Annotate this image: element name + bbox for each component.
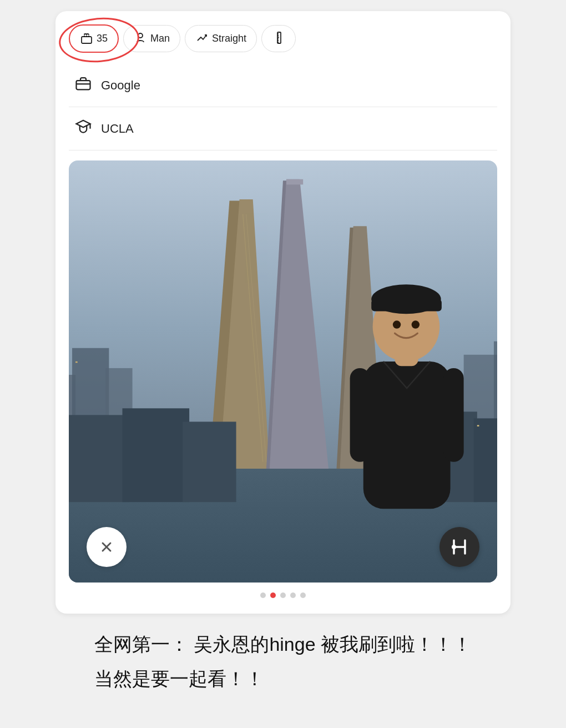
svg-rect-28 [474, 418, 497, 502]
svg-rect-24 [69, 415, 129, 502]
ruler-icon [272, 31, 285, 46]
photo-dots [69, 593, 497, 598]
age-chip-wrapper: 35 [69, 24, 119, 53]
caption-text: 全网第一： 吴永恩的hinge 被我刷到啦！！！ 当然是要一起看！！ [89, 629, 477, 694]
svg-point-45 [452, 545, 456, 549]
dot-5[interactable] [300, 593, 306, 598]
svg-rect-21 [286, 179, 303, 185]
gender-label: Man [150, 33, 170, 44]
svg-rect-36 [444, 368, 464, 462]
age-chip[interactable]: 35 [69, 24, 119, 53]
profile-photo [69, 160, 497, 583]
gender-chip[interactable]: Man [123, 25, 180, 52]
svg-point-41 [393, 320, 401, 328]
caption-line-1: 全网第一： 吴永恩的hinge 被我刷到啦！！！ [94, 629, 472, 659]
profile-card: 35 Man Straight [55, 11, 511, 614]
caption-line-2: 当然是要一起看！！ [94, 664, 472, 694]
dot-3[interactable] [280, 593, 286, 598]
graduation-icon [74, 118, 92, 139]
dot-4[interactable] [290, 593, 296, 598]
hinge-button[interactable] [439, 527, 479, 567]
svg-rect-35 [350, 368, 370, 462]
school-row: UCLA [69, 107, 497, 150]
svg-rect-0 [82, 37, 92, 43]
person-icon [134, 31, 147, 46]
dot-1[interactable] [260, 593, 266, 598]
svg-rect-26 [183, 421, 236, 502]
company-name: Google [101, 78, 140, 93]
attributes-row: 35 Man Straight [69, 24, 497, 53]
briefcase-icon [74, 75, 92, 96]
orientation-label: Straight [212, 33, 246, 44]
close-button[interactable] [87, 527, 127, 567]
svg-point-1 [138, 33, 143, 38]
svg-rect-40 [371, 299, 442, 312]
company-row: Google [69, 64, 497, 107]
cake-icon [80, 31, 93, 46]
svg-rect-25 [123, 408, 190, 502]
svg-point-42 [412, 320, 420, 328]
age-label: 35 [97, 33, 108, 44]
svg-rect-33 [477, 425, 479, 426]
svg-marker-4 [77, 121, 90, 128]
svg-rect-34 [363, 362, 451, 509]
svg-rect-31 [75, 362, 78, 363]
orientation-chip[interactable]: Straight [185, 25, 257, 52]
school-name: UCLA [101, 122, 134, 136]
orientation-icon [195, 31, 209, 46]
dot-2[interactable] [270, 593, 276, 598]
svg-rect-3 [77, 81, 90, 89]
height-chip[interactable] [261, 25, 296, 52]
